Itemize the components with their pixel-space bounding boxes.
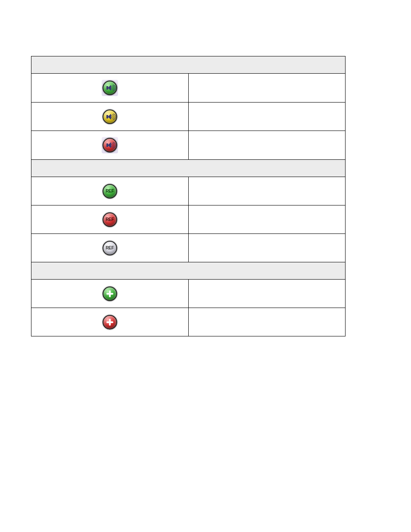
row-speaker-yellow [31,103,346,131]
row-cross-red [31,308,346,336]
speaker-red-tint [102,137,118,153]
row-ref-red: REF [31,205,346,234]
row-cross-green [31,280,346,308]
row-ref-grey: REF [31,234,346,262]
section-header-3 [31,262,346,280]
ref-grey-icon: REF [103,241,117,255]
ref-green-icon: REF [103,184,117,199]
speaker-red-icon [103,138,117,152]
cross-red-icon [103,315,117,330]
ref-red-icon: REF [103,212,117,227]
cross-green-icon [103,286,117,301]
speaker-yellow-icon [103,109,117,124]
row-ref-green: REF [31,177,346,205]
speaker-green-icon [103,81,117,95]
ref-green-label: REF [106,189,114,193]
speaker-green-tint [102,80,118,96]
icon-reference-table: REF REF REF [31,56,346,336]
section-header-1 [31,56,346,74]
ref-red-label: REF [106,218,114,222]
row-speaker-green [31,74,346,103]
row-speaker-red [31,131,346,160]
ref-grey-label: REF [106,246,114,250]
section-header-2 [31,160,346,177]
